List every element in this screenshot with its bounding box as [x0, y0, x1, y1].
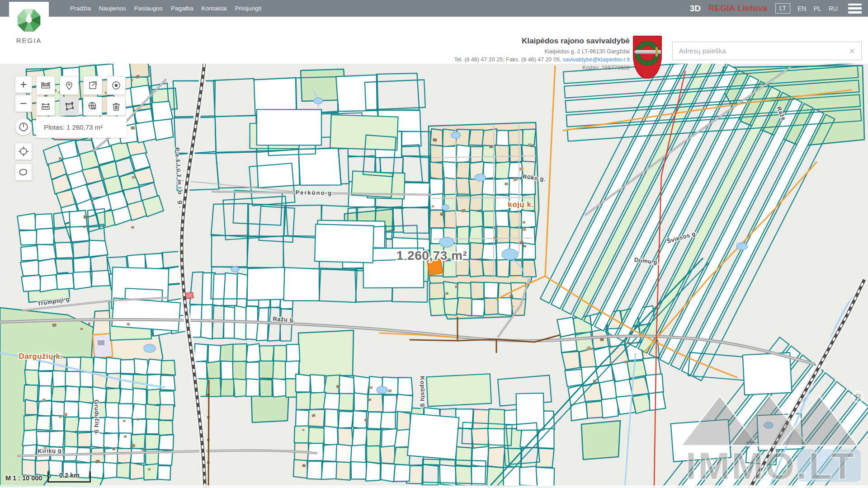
nav-item-paslaugos[interactable]: Paslaugos: [134, 5, 163, 12]
zoom-out-button[interactable]: −: [15, 95, 32, 112]
close-icon[interactable]: ✕: [849, 47, 855, 55]
area-result-label: Plotas: 1 260,73 m²: [44, 123, 103, 131]
distance-icon: [40, 101, 51, 112]
map-label: Kirikų g.: [38, 447, 63, 455]
map-label: Kopūstų g.: [419, 376, 427, 409]
coat-of-arms: [633, 36, 662, 79]
lang-pl[interactable]: PL: [814, 5, 821, 12]
whole-country-button[interactable]: [15, 164, 32, 181]
nav-item-pagalba[interactable]: Pagalba: [171, 5, 193, 12]
topbar-right-cluster: 3D REGIA Lietuva LTENPLRU: [690, 0, 862, 17]
municipality-address: Klaipėdos g. 2 LT-96130 Gargždai: [454, 48, 630, 56]
municipality-email-link[interactable]: savivaldybe@klaipedos-r.lt: [563, 56, 630, 63]
lithuania-outline-icon: [17, 166, 30, 178]
map-label: Dargužių k.: [19, 352, 62, 361]
bottom-edge-strip: [0, 485, 868, 488]
cadastral-map: Trumpoji g.Pašlūžmio g.Perkūno g.Ražų g.…: [0, 64, 868, 488]
top-navigation-bar: PradžiaNaujienosPaslaugosPagalbaKontakta…: [0, 0, 868, 17]
main-menu: PradžiaNaujienosPaslaugosPagalbaKontakta…: [70, 0, 261, 17]
map-pin-icon: [64, 80, 75, 91]
municipality-phone: Tel. (8 46) 47 20 25; Faks. (8 46) 47 20…: [454, 56, 561, 63]
language-switcher: LTENPLRU: [775, 3, 838, 14]
regia-lietuva-link[interactable]: REGIA Lietuva: [708, 4, 768, 13]
share-icon: [87, 80, 98, 91]
map-label: Ražų g.: [273, 315, 295, 323]
municipality-contacts: Tel. (8 46) 47 20 25; Faks. (8 46) 47 20…: [454, 56, 630, 64]
clock-icon: [18, 121, 29, 133]
toolbar-row-2: [36, 97, 126, 116]
nav-item-naujienos[interactable]: Naujienos: [99, 5, 126, 12]
map-label: Grudučių g.: [93, 399, 101, 435]
measure-distance-button[interactable]: [36, 97, 55, 116]
nav-item-prad-ia[interactable]: Pradžia: [70, 5, 91, 12]
municipality-code: Kodas: 188773688: [454, 64, 630, 72]
search-input[interactable]: [673, 42, 861, 60]
scale-ratio: M 1 : 10 000: [5, 474, 42, 482]
nav-item-prisijungti[interactable]: Prisijungti: [235, 5, 262, 12]
lang-en[interactable]: EN: [797, 5, 806, 12]
measure-area-button[interactable]: [60, 97, 79, 116]
crosshair-icon: [18, 145, 29, 157]
toolbar-row-1: [36, 76, 126, 95]
scale-bar: 0.2 km: [47, 471, 91, 483]
area-icon: [64, 101, 75, 112]
history-time-button[interactable]: [15, 118, 32, 136]
nav-item-kontaktai[interactable]: Kontaktai: [201, 5, 226, 12]
regia-gem-icon: [14, 6, 43, 35]
view-3d-button[interactable]: 3D: [690, 4, 701, 14]
circle-dot-icon: [111, 80, 122, 91]
map-scale: M 1 : 10 000 0.2 km: [5, 471, 91, 483]
measure-tool-button[interactable]: [36, 76, 55, 95]
municipality-title: Klaipėdos rajono savivaldybė: [454, 37, 630, 46]
scale-bar-label: 0.2 km: [59, 472, 80, 479]
clear-measurements-button[interactable]: [107, 97, 126, 116]
regia-logo-text: REGIA: [16, 37, 42, 44]
globe-cursor-icon: [87, 101, 98, 112]
sword-guard-icon: [656, 47, 658, 56]
my-location-button[interactable]: [15, 143, 32, 160]
zoom-in-button[interactable]: +: [15, 76, 32, 93]
identify-on-map-button[interactable]: [83, 97, 102, 116]
municipality-info: Klaipėdos rajono savivaldybė Klaipėdos g…: [454, 37, 630, 72]
map-canvas[interactable]: Trumpoji g.Pašlūžmio g.Perkūno g.Ražų g.…: [0, 64, 868, 488]
area-result-panel: Plotas: 1 260,73 m²: [36, 117, 127, 138]
regia-logo[interactable]: REGIA: [9, 2, 49, 58]
lang-ru[interactable]: RU: [829, 5, 838, 12]
add-marker-button[interactable]: [60, 76, 79, 95]
ruler-icon: [40, 80, 51, 91]
map-label: Perkūno g.: [295, 189, 335, 197]
record-point-button[interactable]: [107, 76, 126, 95]
hamburger-menu-icon[interactable]: [848, 4, 862, 14]
lang-lt[interactable]: LT: [775, 3, 790, 14]
trash-icon: [111, 101, 122, 112]
address-search: ✕: [672, 42, 862, 60]
map-label: kojų k.: [508, 200, 533, 209]
page-header: Klaipėdos rajono savivaldybė Klaipėdos g…: [0, 17, 868, 64]
share-export-button[interactable]: [83, 76, 102, 95]
map-label: 1 260,73 m²: [396, 249, 467, 263]
